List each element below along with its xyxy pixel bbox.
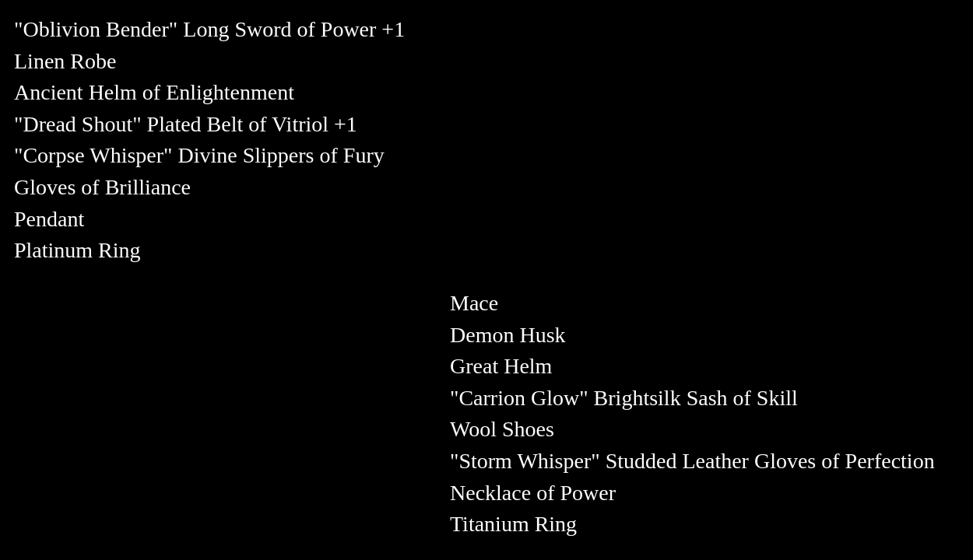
item-6: Gloves of Brilliance [14, 172, 405, 204]
item-8: Platinum Ring [14, 235, 405, 267]
item-4: "Dread Shout" Plated Belt of Vitriol +1 [14, 109, 405, 141]
item-2: Linen Robe [14, 46, 405, 78]
item-r3: Great Helm [450, 351, 935, 383]
item-r5: Wool Shoes [450, 414, 935, 446]
item-r2: Demon Husk [450, 320, 935, 352]
item-7: Pendant [14, 204, 405, 236]
item-r7: Necklace of Power [450, 478, 935, 509]
item-1: "Oblivion Bender" Long Sword of Power +1 [14, 14, 405, 46]
item-r8: Titanium Ring [450, 509, 935, 541]
right-item-list: MaceDemon HuskGreat Helm"Carrion Glow" B… [450, 288, 935, 541]
item-r1: Mace [450, 288, 935, 320]
item-r6: "Storm Whisper" Studded Leather Gloves o… [450, 446, 935, 478]
item-5: "Corpse Whisper" Divine Slippers of Fury [14, 140, 405, 172]
left-item-list: "Oblivion Bender" Long Sword of Power +1… [14, 14, 405, 267]
item-3: Ancient Helm of Enlightenment [14, 77, 405, 109]
item-r4: "Carrion Glow" Brightsilk Sash of Skill [450, 383, 935, 415]
